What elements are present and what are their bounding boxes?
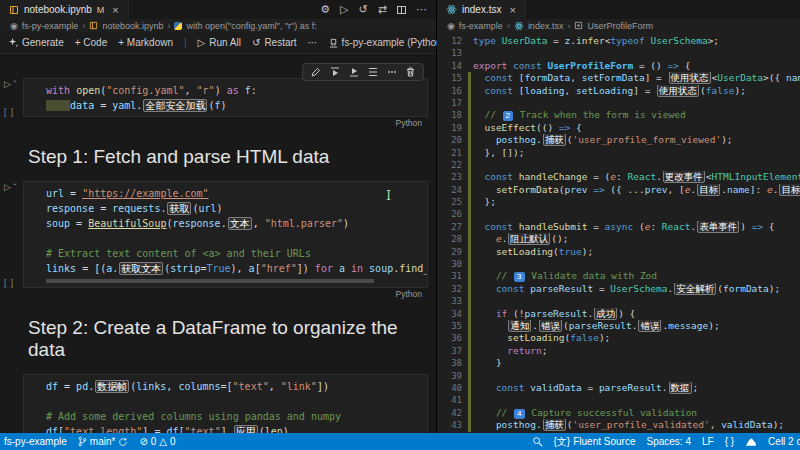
code-token: with <box>46 85 70 96</box>
notebook-pane: notebook.ipynb M × ⚙ ▷ ↺ ⇄ ⋯ ◉ fs-py-exa… <box>0 0 437 433</box>
code-text: setFormData(prev => ({ ...prev, [e.目标.na… <box>473 184 800 196</box>
restart-button[interactable]: ↺ Restart <box>252 37 297 48</box>
run-all-button[interactable]: ▷ Run All <box>198 37 241 48</box>
breadcrumb-root[interactable]: fs-py-example <box>22 21 79 31</box>
code-token: } <box>473 357 502 368</box>
breadcrumb-symbol[interactable]: UserProfileForm <box>587 21 653 31</box>
cell-language-picker[interactable]: Python <box>396 118 422 130</box>
cell-footer: Python <box>23 288 428 301</box>
tab-index-tsx[interactable]: index.tsx × <box>437 0 526 19</box>
code-text <box>473 159 800 171</box>
code-token: type <box>473 35 496 46</box>
git-modified-gutter <box>467 308 473 320</box>
code-token <box>473 308 496 319</box>
gutter <box>467 35 473 47</box>
code-token <box>473 221 484 232</box>
language-mode-indicator[interactable]: { } <box>725 436 734 447</box>
code-token: ); <box>721 134 732 145</box>
code-token: parseResult <box>569 320 632 331</box>
code-line: 42 // 4 Capture successful validation <box>442 407 800 419</box>
code-token: loading <box>525 85 565 96</box>
add-markdown-button[interactable]: + Markdown <box>118 37 173 48</box>
code-token <box>473 85 484 96</box>
code-line: 29 setLoading(true); <box>442 246 800 258</box>
code-line: 22 <box>442 159 800 171</box>
left-editor-actions: ⚙ ▷ ↺ ⇄ ⋯ <box>320 0 436 19</box>
problems-indicator[interactable]: ⊘ 0 △ 0 <box>139 436 175 447</box>
cell-code-editor[interactable]: df = pd.数据帧(links, columns=["text", "lin… <box>23 374 428 433</box>
line-number: 30 <box>442 258 467 270</box>
code-token: const <box>484 171 513 182</box>
code-token <box>473 233 496 244</box>
execution-count: [ ] <box>4 278 23 301</box>
run-above-icon[interactable] <box>330 67 340 77</box>
code-token: df <box>46 426 58 433</box>
code-token: posthog <box>496 134 536 145</box>
git-branch-item[interactable]: main* <box>78 436 129 447</box>
breadcrumb-file[interactable]: index.tsx <box>528 21 564 31</box>
code-token: . <box>662 382 668 393</box>
run-below-icon[interactable] <box>349 67 359 77</box>
run-cell-button[interactable]: ▷ ˇ <box>4 182 23 192</box>
breadcrumb-file[interactable]: notebook.ipynb <box>102 21 163 31</box>
more-actions-icon[interactable] <box>387 67 397 77</box>
split-cell-icon[interactable] <box>368 67 378 77</box>
code-line: with open("config.yaml", "r") as f: <box>46 83 427 98</box>
sync-icon[interactable]: ⇄ <box>378 3 387 16</box>
more-actions-icon[interactable]: ⋯ <box>416 3 427 16</box>
delete-cell-icon[interactable] <box>406 67 415 77</box>
line-number: 33 <box>442 295 467 307</box>
run-icon[interactable]: ▷ <box>340 3 348 16</box>
magnifier-icon[interactable] <box>532 436 543 447</box>
history-icon[interactable]: ↺ <box>359 3 368 16</box>
breadcrumb-root[interactable]: fs-example <box>459 21 503 31</box>
generate-button[interactable]: Generate <box>9 37 64 48</box>
translated-token: 全部安全加载 <box>143 99 207 112</box>
cell-indicator[interactable]: Cell 2 o <box>768 436 800 447</box>
code-text: const validData = parseResult.数据; <box>473 382 800 394</box>
indentation-indicator[interactable]: Spaces: 4 <box>646 436 690 447</box>
code-line: 14export const UserProfileForm = () => { <box>442 60 800 72</box>
cell-code-editor[interactable]: with open("config.yaml", "r") as f: data… <box>23 78 428 117</box>
code-token: 'user_profile_form_viewed' <box>572 134 721 145</box>
breadcrumb-symbol[interactable]: with open("config.yaml", "r") as f: <box>186 21 316 31</box>
workspace-indicator[interactable]: fs-py-example <box>4 436 67 447</box>
edit-cell-icon[interactable] <box>311 67 321 77</box>
code-token: ] = <box>633 85 656 96</box>
posthog-icon[interactable] <box>745 437 757 447</box>
code-token: . <box>536 134 542 145</box>
code-token: setLoading <box>507 332 564 343</box>
horizontal-scrollbar[interactable] <box>46 279 374 283</box>
code-token: ) <box>343 218 349 229</box>
code-token: "https://example.com" <box>82 188 208 199</box>
tab-notebook[interactable]: notebook.ipynb M × <box>0 0 129 19</box>
generate-label: Generate <box>22 37 64 48</box>
run-cell-button[interactable]: ▷ ˇ <box>4 79 23 89</box>
code-token: . <box>221 218 227 229</box>
close-icon[interactable]: × <box>112 4 118 16</box>
cell-language-picker[interactable]: Python <box>396 289 422 301</box>
code-token: Track when the form is viewed <box>514 109 686 120</box>
split-editor-icon[interactable] <box>397 6 406 14</box>
line-number: 22 <box>442 159 467 171</box>
cell-content: df = pd.数据帧(links, columns=["text", "lin… <box>23 374 428 433</box>
git-modified-gutter <box>467 221 473 233</box>
keycap-2-icon: 2 <box>503 111 513 121</box>
code-token: = <box>58 381 76 392</box>
toolbar-more-icon[interactable]: ⋯ <box>308 37 318 48</box>
fluent-source-item[interactable]: {文} Fluent Source <box>554 435 636 449</box>
add-code-button[interactable]: + Code <box>75 37 108 48</box>
code-text: const [loading, setLoading] = 使用状态(false… <box>473 85 800 97</box>
translated-token: 目标 <box>697 184 720 196</box>
code-editor[interactable]: 12type UserData = z.infer<typeof UserSch… <box>437 32 800 433</box>
close-icon[interactable]: × <box>509 4 515 16</box>
cell-code-editor[interactable]: url = "https://example.com"response = re… <box>23 181 428 288</box>
git-modified-gutter <box>467 85 473 97</box>
code-token: false <box>570 332 599 343</box>
line-number: 29 <box>442 246 467 258</box>
code-line: 35 通知.错误(parseResult.错误.message); <box>442 320 800 332</box>
settings-icon[interactable]: ⚙ <box>320 3 330 16</box>
code-token: (() <box>536 122 559 133</box>
eol-indicator[interactable]: LF <box>702 436 714 447</box>
react-icon <box>514 21 524 31</box>
